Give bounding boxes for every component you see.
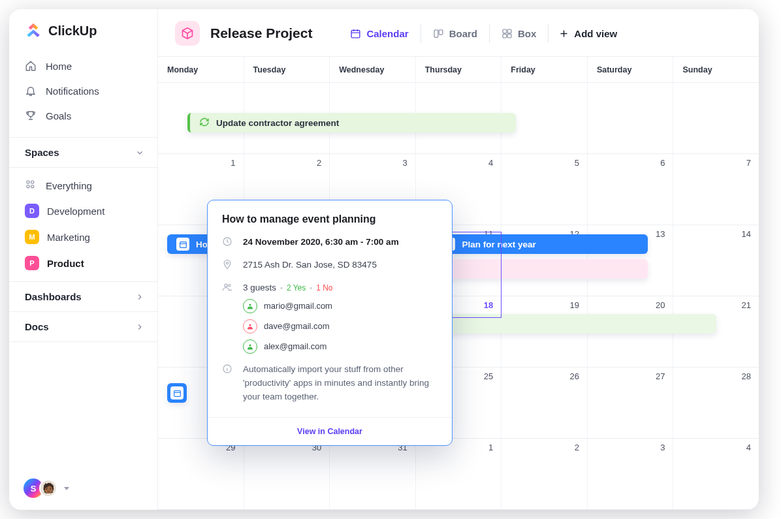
svg-point-18 (249, 304, 251, 305)
guest-email: alex@gmail.com (264, 340, 327, 353)
popover-title: How to manage event planning (222, 213, 438, 225)
info-icon (222, 364, 232, 374)
calendar: Monday Tuesday Wednesday Thursday Friday… (158, 56, 759, 510)
calendar-cell[interactable]: 27 (588, 368, 674, 438)
dashboards-header[interactable]: Dashboards (9, 281, 157, 311)
svg-rect-4 (352, 30, 360, 37)
dow: Friday (502, 57, 588, 83)
day-number: 4 (488, 158, 493, 168)
svg-rect-5 (434, 29, 438, 37)
popover-location: 2715 Ash Dr. San Jose, SD 83475 (243, 258, 377, 272)
view-in-calendar-button[interactable]: View in Calendar (208, 417, 452, 445)
calendar-cell[interactable]: 2 (502, 439, 588, 509)
app-frame: ClickUp Home Notifications Goals Spaces (9, 9, 759, 510)
tab-label: Calendar (366, 28, 408, 39)
tab-calendar[interactable]: Calendar (338, 24, 420, 43)
popover-desc-row: Automatically import your stuff from oth… (222, 363, 438, 404)
calendar-event[interactable] (433, 259, 648, 279)
svg-point-0 (27, 181, 29, 183)
calendar-cell[interactable]: 5 (502, 154, 588, 225)
svg-point-2 (27, 185, 29, 188)
day-number: 19 (569, 300, 579, 310)
dow: Monday (158, 57, 244, 83)
main: Release Project Calendar Board Box Add v… (158, 9, 759, 510)
space-marketing[interactable]: M Marketing (9, 224, 157, 250)
calendar-event[interactable] (433, 314, 716, 334)
svg-rect-6 (439, 29, 443, 34)
docs-header[interactable]: Docs (9, 311, 157, 342)
space-label: Product (47, 258, 84, 269)
calendar-cell[interactable]: 4 (673, 439, 759, 509)
guest-avatar-icon (243, 319, 257, 334)
day-number: 20 (656, 300, 665, 310)
calendar-icon (176, 238, 189, 251)
event-popover: How to manage event planning 24 November… (207, 200, 453, 446)
guest-avatar-icon (243, 339, 257, 354)
grid-icon (502, 28, 513, 39)
tab-board[interactable]: Board (421, 24, 489, 43)
brand-name: ClickUp (48, 23, 97, 39)
space-product[interactable]: P Product (9, 250, 157, 276)
nav-home[interactable]: Home (9, 54, 157, 78)
space-label: Marketing (47, 232, 90, 243)
space-development[interactable]: D Development (9, 198, 157, 224)
tab-label: Box (518, 28, 536, 39)
chevron-right-icon (135, 292, 144, 302)
calendar-cell[interactable] (673, 83, 759, 153)
calendar-event[interactable] (167, 383, 187, 403)
day-number: 1 (231, 158, 235, 168)
space-everything[interactable]: Everything (9, 173, 157, 198)
calendar-cell[interactable]: 28 (673, 368, 759, 438)
add-view-label: Add view (574, 28, 617, 39)
dow: Saturday (588, 57, 674, 83)
day-number: 3 (403, 158, 407, 168)
calendar-cell[interactable]: 1 (416, 439, 502, 509)
calendar-cell[interactable]: 31 (330, 439, 416, 509)
popover-location-row: 2715 Ash Dr. San Jose, SD 83475 (222, 258, 438, 272)
day-number: 25 (484, 371, 493, 381)
nav-goals[interactable]: Goals (9, 103, 157, 128)
calendar-event[interactable]: Plan for next year (433, 234, 648, 254)
dow: Wednesday (330, 57, 416, 83)
guest-count: 3 guests (243, 281, 276, 295)
account-switcher[interactable]: S 🧑🏾 (24, 478, 69, 498)
board-icon (433, 28, 444, 39)
calendar-cell[interactable]: 29 (158, 439, 244, 509)
calendar-cell[interactable]: 26 (502, 368, 588, 438)
svg-point-3 (31, 185, 34, 188)
popover-body: How to manage event planning 24 November… (208, 200, 452, 417)
calendar-week: 2930311234 (158, 439, 759, 510)
guest-avatar-icon (243, 299, 257, 313)
everything-label: Everything (46, 180, 92, 191)
guest-email: mario@gmail.com (264, 300, 332, 313)
nav-notifications[interactable]: Notifications (9, 78, 157, 103)
day-number: 7 (746, 158, 751, 168)
calendar-cell[interactable] (588, 83, 674, 153)
event-label: Plan for next year (462, 240, 535, 249)
svg-point-1 (31, 181, 34, 183)
popover-guests-row: 3 guests • 2 Yes • 1 No mario@gmail.comd… (222, 281, 438, 354)
day-number: 21 (742, 300, 751, 310)
calendar-cell[interactable]: 14 (673, 225, 759, 296)
guest-row: alex@gmail.com (243, 339, 333, 354)
calendar-cell[interactable]: 3 (588, 439, 674, 509)
svg-rect-10 (507, 34, 511, 38)
svg-point-19 (249, 324, 251, 326)
tab-label: Board (449, 28, 477, 39)
dow: Sunday (673, 57, 759, 83)
day-number: 2 (575, 443, 579, 452)
calendar-event[interactable]: Update contractor agreement (187, 113, 516, 133)
day-number: 3 (660, 443, 665, 452)
day-number: 13 (656, 229, 665, 239)
spaces-header[interactable]: Spaces (9, 137, 157, 168)
nav-home-label: Home (46, 61, 72, 72)
popover-description: Automatically import your stuff from oth… (243, 363, 438, 404)
calendar-cell[interactable]: 7 (673, 154, 759, 225)
guests-icon (222, 282, 232, 292)
calendar-cell[interactable]: 6 (588, 154, 674, 225)
calendar-cell[interactable]: 30 (244, 439, 330, 509)
tab-box[interactable]: Box (489, 24, 548, 43)
guest-row: dave@gmail.com (243, 319, 333, 334)
add-view-button[interactable]: Add view (548, 24, 628, 43)
svg-rect-9 (503, 34, 507, 38)
